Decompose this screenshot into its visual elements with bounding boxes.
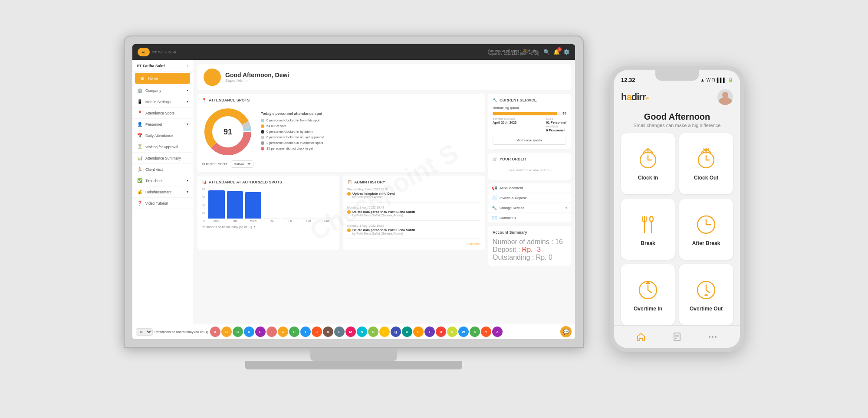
all-dropdown[interactable]: All (136, 328, 153, 336)
sidebar-item-reimbursement[interactable]: 💰 Reimbursement ▾ (132, 186, 193, 198)
attendance-legend: Today's personnel attendance spot 0 pers… (261, 111, 480, 152)
sidebar-item-attendance-spots[interactable]: 📍 Attendance Spots (132, 108, 193, 119)
search-icon[interactable]: 🔍 (543, 49, 550, 55)
sidebar-item-attendance-summary[interactable]: 📊 Attendance Summary (132, 153, 193, 164)
laptop-device: ∞ PT Fatiha Sakti Your session will expi… (124, 36, 584, 391)
sidebar-item-home[interactable]: ⊞ Home (135, 73, 190, 84)
bar-wed: Wed (245, 192, 261, 222)
sidebar-item-personnel[interactable]: 👤 Personnel ▾ (132, 119, 193, 130)
attendance-summary-icon: 📊 (137, 156, 143, 160)
legend-dot-1 (261, 119, 264, 122)
right-links: 📢 Announcement 🧾 Invoice & Deposit 🔧 Ch (488, 183, 571, 222)
attendance-spots-card: 📍 ATTENDANCE SPOTS (197, 94, 485, 172)
bar-fill-tue (227, 191, 243, 219)
available-label: Available (546, 125, 566, 128)
mini-avatar: L (334, 327, 345, 337)
mini-avatar: P (379, 327, 390, 337)
quota-bar-wrapper: 95 (493, 111, 566, 115)
sidebar-item-video-tutorial[interactable]: ❓ Video Tutorial (132, 198, 193, 209)
mini-avatar: T (424, 327, 435, 337)
personnel-icon: 👤 (137, 122, 143, 127)
sidebar-item-company[interactable]: 🏢 Company ▾ (132, 85, 193, 96)
bar-label-fri: Fri (288, 219, 292, 222)
available-val: 6 Personnel (546, 128, 566, 132)
admins-val: 16 (555, 238, 563, 245)
history-date-3: Monday, 1 Aug, 2022 19:12 (347, 224, 480, 227)
choose-spot-label: CHOOSE SPOT (202, 162, 227, 166)
phone-nav-more[interactable]: ••• (705, 329, 721, 345)
sidebar-item-mobile-settings[interactable]: 📱 Mobile Settings ▾ (132, 96, 193, 108)
sidebar-label-timesheet: Timesheet (145, 179, 162, 183)
header-right: Your session will expire in 26 Minutes A… (488, 49, 570, 55)
settings-icon[interactable]: ⚙️ (563, 49, 570, 55)
mini-avatar: U (436, 327, 446, 337)
home-icon: ⊞ (139, 76, 145, 81)
laptop-body: ∞ PT Fatiha Sakti Your session will expi… (124, 36, 584, 348)
bar-fill-mon (208, 190, 224, 219)
right-link-announcement[interactable]: 📢 Announcement (488, 183, 571, 193)
mini-avatar: K (323, 327, 333, 337)
see-older-link[interactable]: See older (347, 242, 480, 245)
after-break-icon (694, 212, 718, 237)
right-link-invoice[interactable]: 🧾 Invoice & Deposit (488, 193, 571, 202)
logo-icon: ∞ (138, 48, 150, 56)
after-break-label: After Break (692, 240, 720, 246)
history-action-1: Upload template shift/ Dewi by Dewi (Sup… (347, 192, 480, 199)
user-avatars: A B C D E F G H I J K L M N O P Q (210, 327, 559, 337)
mini-avatar: I (300, 327, 311, 337)
app-header: ∞ PT Fatiha Sakti Your session will expi… (132, 44, 575, 60)
spot-dropdown[interactable]: Bolivia (231, 160, 253, 168)
clock-in-icon (636, 147, 660, 171)
sidebar-item-waiting-approval[interactable]: ⏳ Waiting for Approval (132, 141, 193, 153)
legend-dot-6 (261, 147, 264, 150)
add-quota-button[interactable]: Add more quota (493, 136, 566, 145)
bar-sat: Sat (300, 218, 316, 222)
bar-chart-area: 80 60 40 20 0 (202, 188, 335, 222)
sidebar-item-daily-attendance[interactable]: 📅 Daily Attendance (132, 130, 193, 141)
right-link-change-service[interactable]: 🔧 Change Service ▾ (488, 203, 571, 212)
quota-bar-fill (493, 112, 557, 115)
mini-avatar: R (402, 327, 412, 337)
bar-fill-sat (300, 218, 316, 219)
personnel-footer[interactable]: Personnels on board today (56 of 91) ▾ (202, 225, 335, 229)
charts-row: 📊 ATTENDANCE AT AUTHORIZED SPOTS 80 60 4… (197, 176, 485, 250)
bar-fill-wed (245, 192, 261, 219)
quota-used: Used 91 Personnel Available 6 Personnel (546, 117, 566, 132)
sidebar-item-timesheet[interactable]: ✅ Timesheet ▾ (132, 175, 193, 186)
donut-center-value: 91 (224, 127, 232, 137)
phone-nav-home[interactable] (633, 329, 649, 345)
more-dots: ••• (709, 333, 718, 340)
logo-company: PT Fatiha Sakti (152, 50, 176, 54)
bell-icon[interactable]: 🔔 1 (553, 49, 560, 55)
mini-avatar: C (233, 327, 243, 337)
mini-avatar: Y (481, 327, 491, 337)
legend-item-1: 0 personnel clocked-in from this spot (261, 118, 480, 122)
right-panel: 🔧 CURRENT SERVICE Remaining quota 95 (488, 94, 571, 266)
phone-nav-document[interactable] (669, 329, 685, 345)
location-icon: ▲ (700, 78, 705, 82)
personnel-count-label: Personnels on board today (56 of 91) (202, 225, 252, 229)
sidebar-toggle[interactable]: ‹ (187, 63, 188, 68)
phone-action-overtime-out[interactable]: Overtime Out (679, 264, 733, 325)
sidebar: PT Fatiha Sakti ‹ ⊞ Home 🏢 Company ▾ (132, 60, 193, 324)
sidebar-label-company: Company (145, 88, 161, 93)
deposit-row: Deposit : Rp. -3 (493, 246, 566, 254)
phone-status-icons: ▲ WiFi ▌▌▌ 🔋 (700, 78, 733, 82)
mini-avatar: F (266, 327, 277, 337)
phone-action-clock-in[interactable]: Clock In (621, 133, 675, 194)
sidebar-label-attendance-spots: Attendance Spots (145, 111, 174, 115)
right-link-contact[interactable]: ✉️ Contact us (488, 213, 571, 222)
phone-action-break[interactable]: Break (621, 199, 675, 260)
clock-out-icon (694, 147, 718, 171)
company-icon: 🏢 (137, 88, 143, 93)
phone-action-overtime-in[interactable]: Overtime In (621, 264, 675, 325)
phone-action-after-break[interactable]: After Break (679, 199, 733, 260)
legend-dot-5 (261, 141, 264, 145)
chat-fab[interactable]: 💬 (560, 326, 572, 337)
admins-label: Number of admins : (493, 238, 553, 245)
sidebar-item-client-visit[interactable]: 🏃 Client Visit (132, 164, 193, 175)
cart-icon: 🛒 (493, 157, 497, 161)
history-dot-2 (347, 210, 351, 214)
spot-icon: 📍 (202, 98, 207, 102)
phone-action-clock-out[interactable]: Clock Out (679, 133, 733, 194)
